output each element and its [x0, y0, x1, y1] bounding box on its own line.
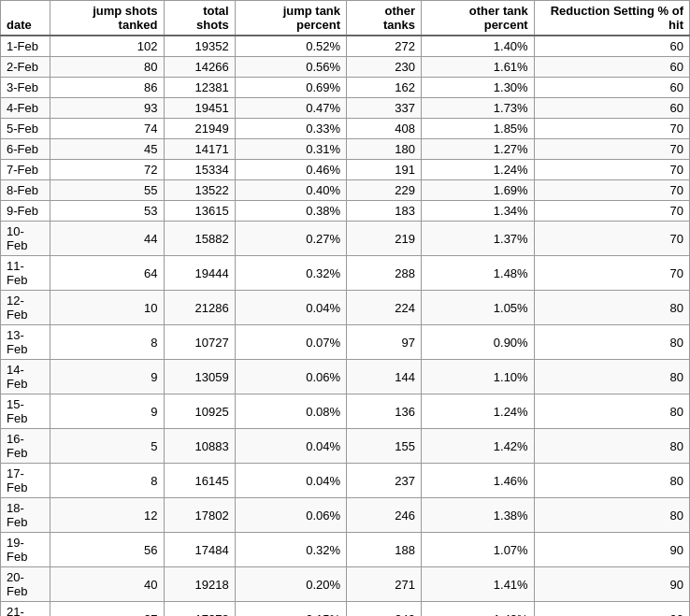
table-cell: 230 [347, 57, 422, 78]
main-container: date jump shots tanked total shots jump … [0, 0, 690, 616]
table-cell: 162 [347, 78, 422, 98]
table-cell: 0.08% [235, 394, 346, 429]
table-cell: 70 [534, 160, 689, 180]
table-cell: 19-Feb [1, 533, 50, 567]
table-cell: 8 [50, 325, 164, 360]
table-row: 4-Feb93194510.47%3371.73%60 [1, 98, 690, 119]
table-cell: 10727 [164, 325, 235, 360]
table-cell: 6-Feb [1, 139, 50, 160]
table-cell: 80 [534, 394, 689, 429]
header-jump-tank-percent: jump tank percent [235, 1, 346, 36]
table-cell: 1.40% [422, 36, 535, 57]
table-cell: 0.07% [235, 325, 346, 360]
table-row: 18-Feb12178020.06%2461.38%80 [1, 498, 690, 533]
table-cell: 70 [534, 201, 689, 222]
table-cell: 64 [50, 256, 164, 291]
table-cell: 12-Feb [1, 291, 50, 325]
table-cell: 0.04% [235, 464, 346, 498]
table-cell: 0.31% [235, 139, 346, 160]
table-cell: 55 [50, 180, 164, 201]
table-cell: 16145 [164, 464, 235, 498]
table-cell: 0.52% [235, 36, 346, 57]
table-cell: 80 [534, 429, 689, 464]
table-cell: 17-Feb [1, 464, 50, 498]
table-cell: 1.69% [422, 180, 535, 201]
table-cell: 0.90% [422, 325, 535, 360]
table-cell: 1.43% [422, 602, 535, 617]
table-cell: 1.24% [422, 394, 535, 429]
table-cell: 0.04% [235, 291, 346, 325]
table-cell: 60 [534, 36, 689, 57]
table-cell: 219 [347, 222, 422, 256]
table-cell: 86 [50, 78, 164, 98]
table-cell: 72 [50, 160, 164, 180]
table-cell: 1.73% [422, 98, 535, 119]
table-cell: 0.06% [235, 498, 346, 533]
header-date: date [1, 1, 50, 36]
table-cell: 0.04% [235, 429, 346, 464]
table-cell: 60 [534, 57, 689, 78]
table-cell: 183 [347, 201, 422, 222]
table-cell: 246 [347, 498, 422, 533]
table-cell: 14-Feb [1, 360, 50, 394]
table-cell: 0.06% [235, 360, 346, 394]
table-cell: 1.38% [422, 498, 535, 533]
table-row: 20-Feb40192180.20%2711.41%90 [1, 567, 690, 602]
table-cell: 1.34% [422, 201, 535, 222]
table-row: 12-Feb10212860.04%2241.05%80 [1, 291, 690, 325]
table-cell: 19451 [164, 98, 235, 119]
table-cell: 0.32% [235, 256, 346, 291]
table-cell: 0.20% [235, 567, 346, 602]
table-cell: 408 [347, 119, 422, 139]
table-cell: 74 [50, 119, 164, 139]
header-reduction-setting: Reduction Setting % of hit [534, 1, 689, 36]
table-cell: 13-Feb [1, 325, 50, 360]
table-cell: 19444 [164, 256, 235, 291]
table-row: 14-Feb9130590.06%1441.10%80 [1, 360, 690, 394]
table-cell: 180 [347, 139, 422, 160]
table-row: 9-Feb53136150.38%1831.34%70 [1, 201, 690, 222]
table-cell: 1.42% [422, 429, 535, 464]
table-cell: 1.24% [422, 160, 535, 180]
table-cell: 136 [347, 394, 422, 429]
table-row: 6-Feb45141710.31%1801.27%70 [1, 139, 690, 160]
table-row: 19-Feb56174840.32%1881.07%90 [1, 533, 690, 567]
table-row: 7-Feb72153340.46%1911.24%70 [1, 160, 690, 180]
header-other-tank-percent: other tank percent [422, 1, 535, 36]
table-cell: 0.32% [235, 533, 346, 567]
table-cell: 1-Feb [1, 36, 50, 57]
table-cell: 8-Feb [1, 180, 50, 201]
table-cell: 27 [50, 602, 164, 617]
table-cell: 1.61% [422, 57, 535, 78]
table-cell: 3-Feb [1, 78, 50, 98]
header-jump-shots-tanked: jump shots tanked [50, 1, 164, 36]
header-other-tanks: other tanks [347, 1, 422, 36]
table-cell: 7-Feb [1, 160, 50, 180]
table-row: 17-Feb8161450.04%2371.46%80 [1, 464, 690, 498]
table-row: 16-Feb5108830.04%1551.42%80 [1, 429, 690, 464]
table-cell: 271 [347, 567, 422, 602]
table-row: 21-Feb27173780.15%2491.43%90 [1, 602, 690, 617]
table-cell: 45 [50, 139, 164, 160]
table-cell: 16-Feb [1, 429, 50, 464]
table-row: 15-Feb9109250.08%1361.24%80 [1, 394, 690, 429]
table-cell: 288 [347, 256, 422, 291]
header-total-shots: total shots [164, 1, 235, 36]
table-cell: 0.47% [235, 98, 346, 119]
table-row: 2-Feb80142660.56%2301.61%60 [1, 57, 690, 78]
table-cell: 80 [534, 291, 689, 325]
table-cell: 1.37% [422, 222, 535, 256]
table-cell: 13059 [164, 360, 235, 394]
table-cell: 0.56% [235, 57, 346, 78]
table-cell: 13615 [164, 201, 235, 222]
table-cell: 4-Feb [1, 98, 50, 119]
table-cell: 1.48% [422, 256, 535, 291]
table-cell: 80 [534, 498, 689, 533]
header-row: date jump shots tanked total shots jump … [1, 1, 690, 36]
table-cell: 17378 [164, 602, 235, 617]
table-cell: 80 [534, 464, 689, 498]
table-cell: 21286 [164, 291, 235, 325]
table-cell: 10-Feb [1, 222, 50, 256]
table-cell: 90 [534, 533, 689, 567]
table-body: 1-Feb102193520.52%2721.40%602-Feb8014266… [1, 36, 690, 616]
